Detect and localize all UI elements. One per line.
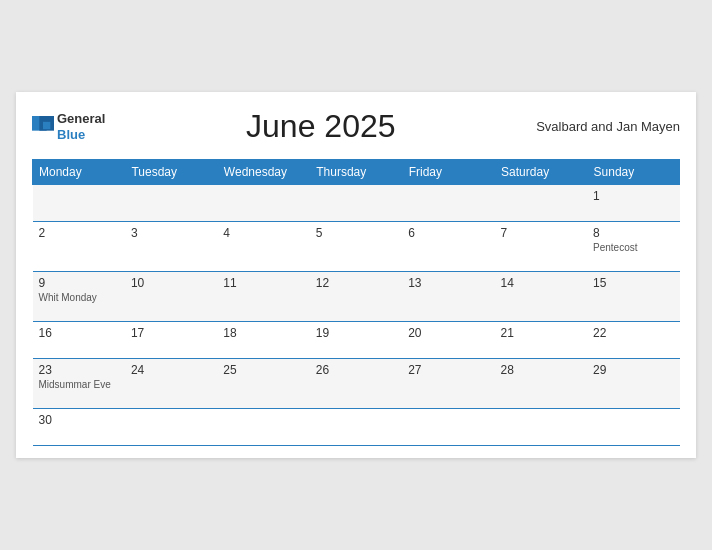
holiday-label: Midsummar Eve xyxy=(39,379,119,390)
day-cell: 25 xyxy=(217,359,309,409)
day-number: 13 xyxy=(408,276,488,290)
day-number: 15 xyxy=(593,276,673,290)
day-cell xyxy=(402,409,494,446)
day-number: 12 xyxy=(316,276,396,290)
day-cell: 5 xyxy=(310,222,402,272)
day-number: 3 xyxy=(131,226,211,240)
day-cell: 22 xyxy=(587,322,679,359)
logo: General Blue xyxy=(32,111,105,142)
region-label: Svalbard and Jan Mayen xyxy=(536,119,680,134)
day-number: 11 xyxy=(223,276,303,290)
day-cell: 1 xyxy=(587,185,679,222)
day-cell: 17 xyxy=(125,322,217,359)
day-number: 18 xyxy=(223,326,303,340)
day-cell: 13 xyxy=(402,272,494,322)
day-number: 17 xyxy=(131,326,211,340)
day-number: 26 xyxy=(316,363,396,377)
day-number: 8 xyxy=(593,226,673,240)
calendar-header: General Blue June 2025 Svalbard and Jan … xyxy=(32,108,680,145)
day-cell: 14 xyxy=(495,272,587,322)
week-row-4: 23Midsummar Eve242526272829 xyxy=(33,359,680,409)
day-cell xyxy=(125,409,217,446)
day-cell: 10 xyxy=(125,272,217,322)
day-cell: 30 xyxy=(33,409,125,446)
week-row-3: 16171819202122 xyxy=(33,322,680,359)
day-number: 23 xyxy=(39,363,119,377)
col-monday: Monday xyxy=(33,160,125,185)
day-cell: 4 xyxy=(217,222,309,272)
holiday-label: Pentecost xyxy=(593,242,673,253)
col-wednesday: Wednesday xyxy=(217,160,309,185)
day-number: 24 xyxy=(131,363,211,377)
week-row-0: 1 xyxy=(33,185,680,222)
day-cell: 21 xyxy=(495,322,587,359)
week-row-1: 2345678Pentecost xyxy=(33,222,680,272)
day-number: 29 xyxy=(593,363,673,377)
day-number: 22 xyxy=(593,326,673,340)
day-cell xyxy=(310,409,402,446)
day-cell: 20 xyxy=(402,322,494,359)
day-number: 6 xyxy=(408,226,488,240)
col-friday: Friday xyxy=(402,160,494,185)
day-cell: 16 xyxy=(33,322,125,359)
day-cell xyxy=(310,185,402,222)
day-cell xyxy=(217,185,309,222)
day-number: 2 xyxy=(39,226,119,240)
day-cell: 3 xyxy=(125,222,217,272)
day-cell xyxy=(217,409,309,446)
day-cell: 9Whit Monday xyxy=(33,272,125,322)
day-cell: 7 xyxy=(495,222,587,272)
holiday-label: Whit Monday xyxy=(39,292,119,303)
day-number: 14 xyxy=(501,276,581,290)
svg-marker-2 xyxy=(43,121,50,128)
calendar-body: 12345678Pentecost9Whit Monday10111213141… xyxy=(33,185,680,446)
day-cell xyxy=(125,185,217,222)
day-cell: 11 xyxy=(217,272,309,322)
day-cell: 27 xyxy=(402,359,494,409)
day-cell: 23Midsummar Eve xyxy=(33,359,125,409)
day-cell: 18 xyxy=(217,322,309,359)
week-row-5: 30 xyxy=(33,409,680,446)
day-cell: 8Pentecost xyxy=(587,222,679,272)
col-tuesday: Tuesday xyxy=(125,160,217,185)
day-cell: 28 xyxy=(495,359,587,409)
day-cell: 6 xyxy=(402,222,494,272)
day-number: 21 xyxy=(501,326,581,340)
logo-general-text: General xyxy=(57,111,105,127)
day-cell xyxy=(495,185,587,222)
day-number: 1 xyxy=(593,189,673,203)
day-cell xyxy=(402,185,494,222)
day-number: 20 xyxy=(408,326,488,340)
col-sunday: Sunday xyxy=(587,160,679,185)
day-cell xyxy=(495,409,587,446)
day-cell xyxy=(587,409,679,446)
col-saturday: Saturday xyxy=(495,160,587,185)
day-number: 25 xyxy=(223,363,303,377)
month-title: June 2025 xyxy=(105,108,536,145)
day-number: 10 xyxy=(131,276,211,290)
day-cell: 26 xyxy=(310,359,402,409)
day-number: 27 xyxy=(408,363,488,377)
calendar-container: General Blue June 2025 Svalbard and Jan … xyxy=(16,92,696,458)
calendar-table: Monday Tuesday Wednesday Thursday Friday… xyxy=(32,159,680,446)
weekday-header-row: Monday Tuesday Wednesday Thursday Friday… xyxy=(33,160,680,185)
day-number: 16 xyxy=(39,326,119,340)
logo-icon xyxy=(32,116,54,138)
day-cell: 19 xyxy=(310,322,402,359)
day-cell: 15 xyxy=(587,272,679,322)
day-number: 28 xyxy=(501,363,581,377)
col-thursday: Thursday xyxy=(310,160,402,185)
day-number: 5 xyxy=(316,226,396,240)
day-number: 9 xyxy=(39,276,119,290)
week-row-2: 9Whit Monday101112131415 xyxy=(33,272,680,322)
day-number: 19 xyxy=(316,326,396,340)
day-number: 4 xyxy=(223,226,303,240)
day-cell: 24 xyxy=(125,359,217,409)
day-number: 30 xyxy=(39,413,119,427)
day-cell: 2 xyxy=(33,222,125,272)
logo-blue-text: Blue xyxy=(57,127,105,143)
logo-text: General Blue xyxy=(57,111,105,142)
day-cell: 12 xyxy=(310,272,402,322)
day-number: 7 xyxy=(501,226,581,240)
day-cell xyxy=(33,185,125,222)
